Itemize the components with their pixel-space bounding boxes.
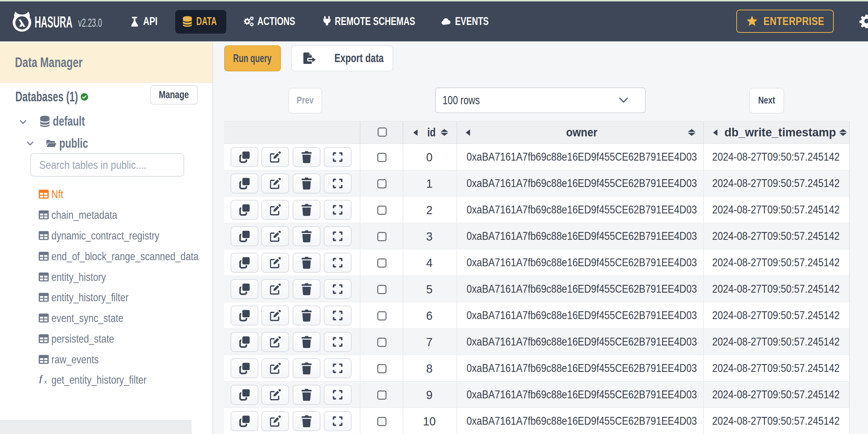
svg-text:x: x: [44, 379, 47, 384]
svg-text:f: f: [39, 374, 43, 384]
